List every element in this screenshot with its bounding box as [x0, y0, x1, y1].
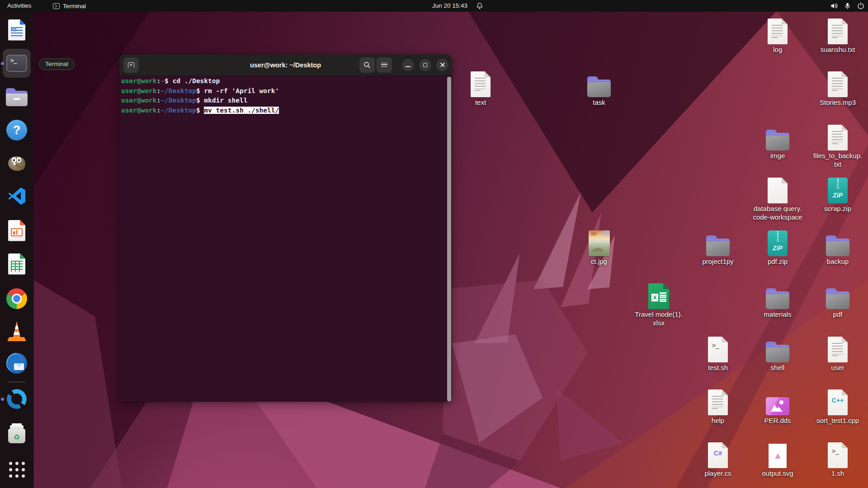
menu-button[interactable]	[377, 57, 392, 73]
focused-app-indicator[interactable]: Terminal	[53, 0, 86, 12]
desktop-icon-imge[interactable]: imge	[748, 121, 807, 160]
maximize-button[interactable]	[419, 59, 431, 71]
folder-file-icon	[748, 333, 807, 362]
dock-item-help[interactable]: ?	[0, 113, 33, 147]
dock-item-terminal[interactable]: >_	[0, 47, 33, 80]
desktop-icon-label: ct.jpg	[569, 258, 629, 266]
desktop-icon-backup[interactable]: backup	[808, 226, 868, 266]
desktop-icon-project1py[interactable]: project1py	[688, 226, 748, 266]
activities-button[interactable]: Activities	[7, 0, 31, 12]
folder-file-icon	[748, 279, 807, 309]
dock-item-app-grid[interactable]	[0, 453, 33, 486]
running-indicator-dot	[1, 398, 4, 401]
desktop-icon-database-query-code-workspace[interactable]: database query.code-workspace	[748, 174, 807, 221]
desktop-icon-user[interactable]: user	[808, 333, 868, 372]
text-file-icon	[688, 385, 748, 415]
text-file-icon	[748, 14, 807, 44]
desktop-icon-label: output.svg	[748, 469, 807, 478]
desktop-icon-pdf-zip[interactable]: ZiPpdf.zip	[748, 226, 807, 266]
text-file-icon	[808, 333, 868, 362]
desktop-icon-label: project1py	[688, 258, 748, 266]
desktop-icon-label: files_to_backup.txt	[808, 152, 868, 169]
script-file-icon: >_	[808, 438, 868, 468]
terminal-line-4: user@work:~/Desktop$ mv test.sh ./shell/	[121, 106, 279, 116]
desktop-icon-label: scrap.zip	[808, 205, 868, 213]
terminal-scrollbar[interactable]	[447, 77, 451, 401]
screen: logsuanshu.txttexttaskStories.mp3imgefil…	[0, 0, 868, 488]
desktop-icon-test-sh[interactable]: >_test.sh	[688, 333, 748, 372]
script-file-icon: >_	[688, 333, 748, 362]
dock-item-vlc[interactable]	[0, 314, 33, 348]
search-button[interactable]	[359, 57, 375, 73]
desktop-icon-help[interactable]: help	[688, 385, 748, 425]
desktop-icon-suanshu-txt[interactable]: suanshu.txt	[808, 14, 868, 54]
folder-file-icon	[808, 226, 868, 256]
dock-item-software-updater[interactable]	[0, 382, 33, 416]
dock-tooltip: Terminal	[39, 58, 75, 70]
desktop-icon-sort-test1-cpp[interactable]: C++sort_test1.cpp	[808, 385, 868, 425]
dock-item-libreoffice-calc[interactable]	[0, 247, 33, 281]
prompt-user: user@work	[121, 77, 157, 84]
close-button[interactable]	[436, 59, 448, 71]
desktop-icon-task[interactable]: task	[569, 67, 629, 107]
zip-file-icon: ZiP	[748, 226, 807, 256]
system-status-icons[interactable]	[830, 0, 864, 12]
desktop-icon-ct-jpg[interactable]: ct.jpg	[569, 226, 629, 266]
terminal-line-1: user@work:~$ cd ./Desktop	[121, 76, 279, 86]
prompt-path: ~/Desktop	[160, 107, 196, 114]
desktop-icon-log[interactable]: log	[748, 14, 807, 54]
desktop-icon-label: user	[808, 364, 868, 372]
folder-file-icon	[808, 279, 868, 309]
desktop-icon-label: text	[451, 99, 510, 107]
dock-item-libreoffice-impress[interactable]	[0, 214, 33, 247]
desktop-icon-stories-mp3[interactable]: Stories.mp3	[808, 67, 868, 107]
prompt-user: user@work	[121, 87, 157, 94]
notification-bell-icon	[476, 2, 483, 10]
dock-item-trash[interactable]: ♻	[0, 417, 33, 450]
text-file-icon	[808, 14, 868, 44]
software-updater-icon	[7, 389, 27, 409]
desktop-icon-travel-mode-1-xlsx[interactable]: XTravel mode(1).xlsx	[629, 279, 689, 327]
terminal-header-bar[interactable]: user@work: ~/Desktop	[119, 54, 452, 76]
desktop-icon-label: 1.sh	[808, 469, 868, 478]
desktop-icon-files-to-backup-txt[interactable]: files_to_backup.txt	[808, 121, 868, 169]
desktop-icon-text[interactable]: text	[451, 67, 510, 107]
dock-item-files[interactable]	[0, 80, 33, 114]
dock-item-chrome[interactable]	[0, 282, 33, 315]
desktop-icon-label: sort_test1.cpp	[808, 417, 868, 425]
desktop-icon-materials[interactable]: materials	[748, 279, 807, 319]
desktop-icon-player-cs[interactable]: C#player.cs	[688, 438, 748, 478]
desktop-icon-label: PER.dds	[748, 417, 807, 425]
terminal-app-icon	[53, 3, 60, 9]
desktop-icon-label: Travel mode(1).xlsx	[629, 310, 689, 327]
photo-file-icon	[569, 226, 629, 256]
terminal-body[interactable]: user@work:~$ cd ./Desktopuser@work:~/Des…	[119, 76, 452, 402]
new-tab-button[interactable]	[123, 57, 139, 73]
command-text: rm -rf 'April work'	[204, 87, 279, 94]
excel-file-icon: X	[629, 279, 689, 309]
desktop-icon-shell[interactable]: shell	[748, 333, 807, 372]
desktop-icon-label: materials	[748, 310, 807, 319]
clock[interactable]: Jun 20 15:43	[432, 0, 467, 12]
terminal-line-2: user@work:~/Desktop$ rm -rf 'April work'	[121, 86, 279, 96]
desktop-icon-output-svg[interactable]: output.svg	[748, 438, 807, 478]
libreoffice-impress-icon	[8, 220, 25, 241]
desktop-icon-label: suanshu.txt	[808, 46, 868, 54]
close-icon	[440, 62, 445, 68]
desktop-icon-1-sh[interactable]: >_1.sh	[808, 438, 868, 478]
desktop-icon-label: help	[688, 417, 748, 425]
dock-item-libreoffice-writer[interactable]	[0, 13, 33, 47]
desktop-icon-per-dds[interactable]: PER.dds	[748, 385, 807, 425]
desktop-icon-scrap-zip[interactable]: ZiPscrap.zip	[808, 174, 868, 213]
terminal-icon: >_	[6, 55, 27, 72]
desktop-icon-label: log	[748, 46, 807, 54]
dock: >_?♻	[0, 12, 33, 488]
cs-file-icon: C#	[688, 438, 748, 468]
dock-item-thunderbird[interactable]	[0, 347, 33, 380]
desktop-icon-pdf[interactable]: pdf	[808, 279, 868, 319]
prompt-path: ~/Desktop	[160, 87, 196, 94]
dock-item-vscode[interactable]	[0, 180, 33, 214]
minimize-button[interactable]	[402, 59, 414, 71]
text-file-icon	[808, 121, 868, 150]
dock-item-gimp[interactable]	[0, 147, 33, 180]
